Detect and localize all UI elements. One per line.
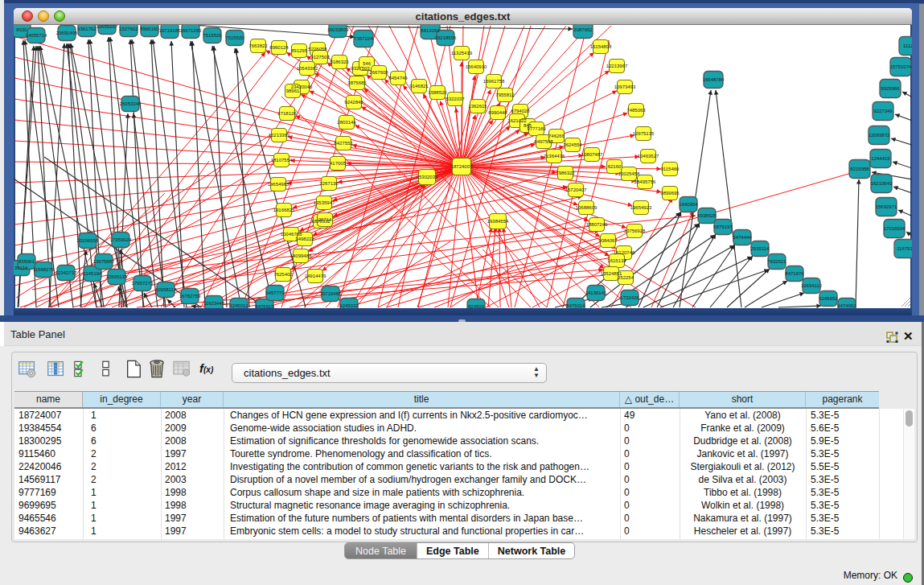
svg-text:6497568: 6497568 <box>534 139 553 144</box>
svg-text:15720407: 15720407 <box>565 187 587 192</box>
svg-text:11568279: 11568279 <box>33 267 55 272</box>
svg-text:19654985: 19654985 <box>268 182 290 187</box>
svg-text:6794028: 6794028 <box>511 109 530 113</box>
svg-text:10958117: 10958117 <box>155 287 177 292</box>
svg-text:12093872: 12093872 <box>869 133 890 138</box>
svg-text:17016504: 17016504 <box>884 226 906 231</box>
svg-text:18807249: 18807249 <box>586 222 608 227</box>
svg-text:16033809: 16033809 <box>327 27 349 32</box>
svg-text:7625402: 7625402 <box>273 272 293 277</box>
svg-text:17957273: 17957273 <box>132 281 154 286</box>
svg-text:26714: 26714 <box>318 217 332 222</box>
svg-text:5938928: 5938928 <box>697 213 717 218</box>
svg-text:10973493: 10973493 <box>614 84 636 89</box>
svg-text:9127503: 9127503 <box>310 55 330 60</box>
svg-text:1640954: 1640954 <box>679 202 698 207</box>
svg-text:10719185: 10719185 <box>159 28 181 33</box>
svg-text:14914479: 14914479 <box>305 274 326 278</box>
svg-text:2718126: 2718126 <box>277 111 297 116</box>
svg-text:9361702: 9361702 <box>77 27 97 31</box>
svg-text:7955812: 7955812 <box>495 93 515 97</box>
svg-text:1362615: 1362615 <box>468 104 487 109</box>
svg-text:25302033: 25302033 <box>417 175 438 179</box>
svg-text:8990448: 8990448 <box>488 110 507 115</box>
svg-text:10655267: 10655267 <box>97 25 118 29</box>
svg-text:11325419: 11325419 <box>451 51 473 56</box>
svg-text:2087662: 2087662 <box>573 27 593 32</box>
svg-text:10688609: 10688609 <box>576 205 598 210</box>
svg-text:15716485: 15716485 <box>320 291 342 296</box>
svg-text:3267130: 3267130 <box>319 181 339 186</box>
svg-text:15751074: 15751074 <box>890 64 912 69</box>
svg-text:1615132: 1615132 <box>607 258 626 263</box>
svg-text:16120746: 16120746 <box>614 250 635 255</box>
svg-text:16154808: 16154808 <box>590 44 612 49</box>
svg-text:10463627: 10463627 <box>638 154 659 159</box>
svg-text:8454749: 8454749 <box>388 76 408 80</box>
svg-text:8186323: 8186323 <box>330 60 349 64</box>
svg-text:12505135: 12505135 <box>106 274 128 279</box>
svg-text:16671355: 16671355 <box>180 28 202 33</box>
svg-text:19654923: 19654923 <box>630 205 652 210</box>
svg-text:16648784: 16648784 <box>703 77 725 82</box>
svg-text:9457771: 9457771 <box>265 290 285 295</box>
svg-text:10654112: 10654112 <box>801 283 823 288</box>
svg-text:9929966: 9929966 <box>881 86 900 91</box>
svg-text:21364436: 21364436 <box>544 154 565 159</box>
svg-text:2935114: 2935114 <box>751 246 770 251</box>
svg-text:20691406: 20691406 <box>56 31 78 35</box>
svg-text:16210643: 16210643 <box>871 181 893 186</box>
svg-text:25053346: 25053346 <box>120 101 142 106</box>
svg-text:10025458: 10025458 <box>618 171 640 176</box>
svg-text:9474444: 9474444 <box>733 235 752 240</box>
svg-text:7663822: 7663822 <box>248 43 268 48</box>
svg-text:8215958: 8215958 <box>850 167 869 171</box>
svg-text:1527602: 1527602 <box>119 27 138 31</box>
svg-text:13975887: 13975887 <box>93 259 115 264</box>
svg-text:252254: 252254 <box>618 275 634 280</box>
svg-text:19384554: 19384554 <box>487 219 509 224</box>
svg-text:3624554: 3624554 <box>563 142 582 147</box>
svg-text:14055714: 14055714 <box>26 33 47 38</box>
svg-text:7515526: 7515526 <box>203 33 222 38</box>
svg-text:9777169: 9777169 <box>527 126 546 131</box>
svg-text:10756928: 10756928 <box>624 229 646 233</box>
svg-text:9245652: 9245652 <box>819 296 838 301</box>
svg-text:19218506: 19218506 <box>435 35 457 40</box>
svg-text:12342737: 12342737 <box>55 270 77 275</box>
svg-text:9115460: 9115460 <box>661 167 680 171</box>
svg-text:116753: 116753 <box>897 246 912 251</box>
svg-text:6879197: 6879197 <box>713 225 733 229</box>
svg-text:7515520: 7515520 <box>225 35 244 40</box>
svg-text:12213967: 12213967 <box>606 64 628 68</box>
svg-text:7986322: 7986322 <box>556 171 575 175</box>
svg-text:16782759: 16782759 <box>179 294 201 299</box>
svg-text:546: 546 <box>363 61 372 66</box>
svg-text:28495756: 28495756 <box>634 179 656 184</box>
svg-text:17359924: 17359924 <box>110 237 132 242</box>
svg-text:8960124: 8960124 <box>269 45 289 50</box>
svg-text:14099488: 14099488 <box>290 253 312 258</box>
svg-text:20206556: 20206556 <box>77 238 99 243</box>
svg-text:18107554: 18107554 <box>271 158 293 163</box>
svg-text:62160: 62160 <box>608 164 622 169</box>
svg-text:9084067: 9084067 <box>598 238 618 243</box>
svg-text:10543382: 10543382 <box>297 66 318 71</box>
svg-text:8427552: 8427552 <box>334 141 353 146</box>
svg-text:3875685: 3875685 <box>347 80 367 85</box>
svg-text:746266: 746266 <box>548 134 565 138</box>
svg-text:12975135: 12975135 <box>633 131 655 136</box>
svg-text:14136141: 14136141 <box>585 290 607 295</box>
svg-text:8930: 8930 <box>16 27 27 32</box>
svg-text:11124: 11124 <box>903 43 912 48</box>
svg-text:8813054: 8813054 <box>421 28 440 33</box>
svg-text:15640910: 15640910 <box>466 64 487 69</box>
svg-text:1588520: 1588520 <box>428 90 447 95</box>
svg-text:5322037: 5322037 <box>446 97 465 101</box>
svg-text:98961: 98961 <box>286 89 300 93</box>
svg-text:9242848: 9242848 <box>344 100 363 105</box>
svg-text:835061: 835061 <box>18 259 35 264</box>
svg-text:16961758: 16961758 <box>483 79 505 84</box>
svg-text:13535947: 13535947 <box>314 200 335 205</box>
svg-text:2803144: 2803144 <box>337 120 356 125</box>
